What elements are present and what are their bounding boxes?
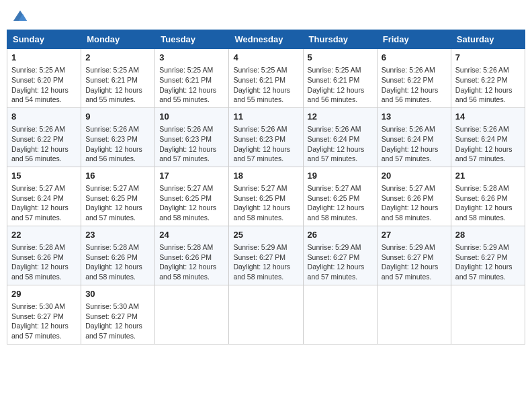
day-number: 8 (11, 111, 77, 123)
logo (12, 9, 31, 23)
calendar-cell: 10Sunrise: 5:26 AM Sunset: 6:23 PM Dayli… (155, 107, 229, 167)
cell-content: Sunrise: 5:26 AM Sunset: 6:23 PM Dayligh… (85, 124, 150, 164)
calendar-cell: 15Sunrise: 5:27 AM Sunset: 6:24 PM Dayli… (7, 167, 81, 226)
calendar-cell: 19Sunrise: 5:27 AM Sunset: 6:25 PM Dayli… (303, 167, 377, 226)
day-number: 15 (11, 170, 77, 182)
calendar-table: SundayMondayTuesdayWednesdayThursdayFrid… (7, 30, 525, 345)
cell-content: Sunrise: 5:27 AM Sunset: 6:25 PM Dayligh… (233, 183, 298, 223)
cell-content: Sunrise: 5:25 AM Sunset: 6:21 PM Dayligh… (308, 65, 373, 105)
column-header-saturday: Saturday (451, 30, 525, 49)
cell-content: Sunrise: 5:25 AM Sunset: 6:21 PM Dayligh… (159, 65, 224, 105)
calendar-cell (303, 285, 377, 344)
column-header-friday: Friday (377, 30, 451, 49)
cell-content: Sunrise: 5:26 AM Sunset: 6:22 PM Dayligh… (382, 65, 447, 105)
calendar-cell: 2Sunrise: 5:25 AM Sunset: 6:21 PM Daylig… (81, 49, 155, 108)
calendar-cell: 6Sunrise: 5:26 AM Sunset: 6:22 PM Daylig… (377, 49, 451, 108)
day-number: 25 (233, 229, 298, 241)
calendar-cell: 22Sunrise: 5:28 AM Sunset: 6:26 PM Dayli… (7, 226, 81, 285)
cell-content: Sunrise: 5:27 AM Sunset: 6:24 PM Dayligh… (11, 183, 77, 223)
calendar-cell: 14Sunrise: 5:26 AM Sunset: 6:24 PM Dayli… (451, 107, 525, 167)
header-row: SundayMondayTuesdayWednesdayThursdayFrid… (7, 30, 525, 49)
header (7, 7, 525, 26)
week-row-5: 29Sunrise: 5:30 AM Sunset: 6:27 PM Dayli… (7, 285, 525, 344)
cell-content: Sunrise: 5:30 AM Sunset: 6:27 PM Dayligh… (11, 302, 77, 341)
day-number: 2 (85, 52, 150, 64)
day-number: 18 (233, 170, 298, 182)
cell-content: Sunrise: 5:26 AM Sunset: 6:24 PM Dayligh… (308, 124, 373, 164)
day-number: 29 (11, 288, 77, 300)
cell-content: Sunrise: 5:29 AM Sunset: 6:27 PM Dayligh… (382, 242, 447, 282)
day-number: 7 (455, 52, 521, 64)
calendar-cell: 18Sunrise: 5:27 AM Sunset: 6:25 PM Dayli… (229, 167, 303, 226)
week-row-2: 8Sunrise: 5:26 AM Sunset: 6:22 PM Daylig… (7, 107, 525, 167)
day-number: 24 (159, 229, 224, 241)
day-number: 22 (11, 229, 77, 241)
cell-content: Sunrise: 5:25 AM Sunset: 6:21 PM Dayligh… (233, 65, 298, 105)
calendar-cell (155, 285, 229, 344)
day-number: 17 (159, 170, 224, 182)
week-row-4: 22Sunrise: 5:28 AM Sunset: 6:26 PM Dayli… (7, 226, 525, 285)
cell-content: Sunrise: 5:27 AM Sunset: 6:25 PM Dayligh… (159, 183, 224, 223)
day-number: 14 (455, 111, 521, 123)
calendar-cell: 3Sunrise: 5:25 AM Sunset: 6:21 PM Daylig… (155, 49, 229, 108)
cell-content: Sunrise: 5:26 AM Sunset: 6:22 PM Dayligh… (11, 124, 77, 164)
column-header-sunday: Sunday (7, 30, 81, 49)
cell-content: Sunrise: 5:25 AM Sunset: 6:21 PM Dayligh… (85, 65, 150, 105)
cell-content: Sunrise: 5:26 AM Sunset: 6:24 PM Dayligh… (455, 124, 521, 164)
day-number: 20 (382, 170, 447, 182)
cell-content: Sunrise: 5:27 AM Sunset: 6:26 PM Dayligh… (382, 183, 447, 223)
calendar-cell: 27Sunrise: 5:29 AM Sunset: 6:27 PM Dayli… (377, 226, 451, 285)
cell-content: Sunrise: 5:28 AM Sunset: 6:26 PM Dayligh… (159, 242, 224, 282)
day-number: 4 (233, 52, 298, 64)
cell-content: Sunrise: 5:26 AM Sunset: 6:23 PM Dayligh… (233, 124, 298, 164)
day-number: 12 (308, 111, 373, 123)
calendar-cell: 5Sunrise: 5:25 AM Sunset: 6:21 PM Daylig… (303, 49, 377, 108)
day-number: 28 (455, 229, 521, 241)
calendar-cell: 26Sunrise: 5:29 AM Sunset: 6:27 PM Dayli… (303, 226, 377, 285)
day-number: 30 (85, 288, 150, 300)
cell-content: Sunrise: 5:29 AM Sunset: 6:27 PM Dayligh… (455, 242, 521, 282)
week-row-3: 15Sunrise: 5:27 AM Sunset: 6:24 PM Dayli… (7, 167, 525, 226)
calendar-cell: 17Sunrise: 5:27 AM Sunset: 6:25 PM Dayli… (155, 167, 229, 226)
cell-content: Sunrise: 5:27 AM Sunset: 6:25 PM Dayligh… (85, 183, 150, 223)
day-number: 1 (11, 52, 77, 64)
calendar-cell: 29Sunrise: 5:30 AM Sunset: 6:27 PM Dayli… (7, 285, 81, 344)
cell-content: Sunrise: 5:28 AM Sunset: 6:26 PM Dayligh… (455, 183, 521, 223)
cell-content: Sunrise: 5:29 AM Sunset: 6:27 PM Dayligh… (233, 242, 298, 282)
calendar-cell (229, 285, 303, 344)
calendar-cell: 24Sunrise: 5:28 AM Sunset: 6:26 PM Dayli… (155, 226, 229, 285)
cell-content: Sunrise: 5:27 AM Sunset: 6:25 PM Dayligh… (308, 183, 373, 223)
cell-content: Sunrise: 5:29 AM Sunset: 6:27 PM Dayligh… (308, 242, 373, 282)
calendar-cell: 30Sunrise: 5:30 AM Sunset: 6:27 PM Dayli… (81, 285, 155, 344)
day-number: 9 (85, 111, 150, 123)
calendar-cell: 4Sunrise: 5:25 AM Sunset: 6:21 PM Daylig… (229, 49, 303, 108)
day-number: 13 (382, 111, 447, 123)
column-header-tuesday: Tuesday (155, 30, 229, 49)
calendar-cell: 1Sunrise: 5:25 AM Sunset: 6:20 PM Daylig… (7, 49, 81, 108)
calendar-cell: 20Sunrise: 5:27 AM Sunset: 6:26 PM Dayli… (377, 167, 451, 226)
day-number: 27 (382, 229, 447, 241)
cell-content: Sunrise: 5:25 AM Sunset: 6:20 PM Dayligh… (11, 65, 77, 105)
day-number: 19 (308, 170, 373, 182)
calendar-cell: 11Sunrise: 5:26 AM Sunset: 6:23 PM Dayli… (229, 107, 303, 167)
day-number: 10 (159, 111, 224, 123)
day-number: 21 (455, 170, 521, 182)
cell-content: Sunrise: 5:26 AM Sunset: 6:24 PM Dayligh… (382, 124, 447, 164)
day-number: 11 (233, 111, 298, 123)
column-header-monday: Monday (81, 30, 155, 49)
calendar-cell (377, 285, 451, 344)
day-number: 26 (308, 229, 373, 241)
calendar-cell: 8Sunrise: 5:26 AM Sunset: 6:22 PM Daylig… (7, 107, 81, 167)
week-row-1: 1Sunrise: 5:25 AM Sunset: 6:20 PM Daylig… (7, 49, 525, 108)
cell-content: Sunrise: 5:26 AM Sunset: 6:22 PM Dayligh… (455, 65, 521, 105)
calendar-cell: 12Sunrise: 5:26 AM Sunset: 6:24 PM Dayli… (303, 107, 377, 167)
calendar-cell: 7Sunrise: 5:26 AM Sunset: 6:22 PM Daylig… (451, 49, 525, 108)
calendar-cell: 23Sunrise: 5:28 AM Sunset: 6:26 PM Dayli… (81, 226, 155, 285)
column-header-thursday: Thursday (303, 30, 377, 49)
calendar-cell: 13Sunrise: 5:26 AM Sunset: 6:24 PM Dayli… (377, 107, 451, 167)
day-number: 5 (308, 52, 373, 64)
day-number: 6 (382, 52, 447, 64)
day-number: 23 (85, 229, 150, 241)
column-header-wednesday: Wednesday (229, 30, 303, 49)
calendar-cell: 9Sunrise: 5:26 AM Sunset: 6:23 PM Daylig… (81, 107, 155, 167)
